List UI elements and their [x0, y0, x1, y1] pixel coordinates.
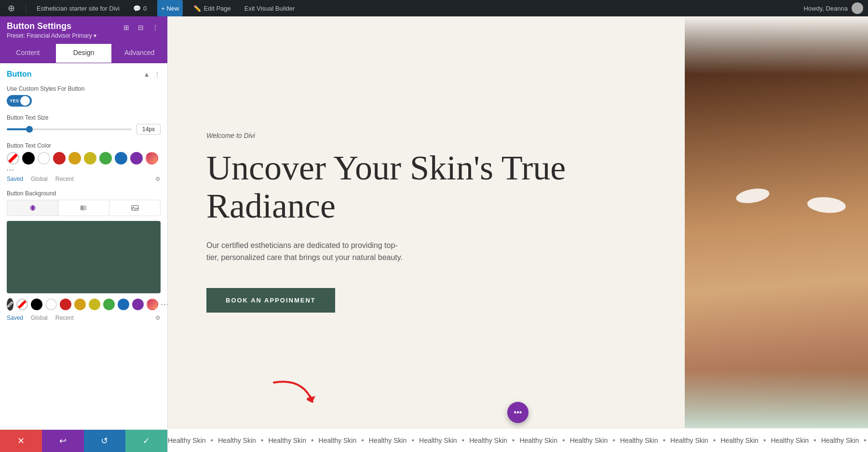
fullscreen-icon[interactable]: ⊞	[121, 22, 132, 33]
bg-color-swatch-yellow[interactable]	[89, 299, 100, 310]
separator	[26, 4, 26, 13]
gradient-icon	[80, 204, 88, 212]
site-name[interactable]: Esthetician starter site for Divi	[34, 0, 122, 16]
ticker-item-9: Healthy Skin	[570, 437, 608, 444]
color-swatch-white[interactable]	[38, 152, 50, 164]
save-button[interactable]: ✓	[125, 430, 167, 452]
custom-styles-toggle[interactable]: YES	[7, 95, 32, 107]
tab-advanced[interactable]: Advanced	[111, 44, 167, 63]
admin-bar-right: Howdy, Deanna	[803, 2, 863, 14]
bg-recent-label[interactable]: Recent	[55, 315, 74, 321]
wp-logo[interactable]: ⊕	[5, 0, 18, 16]
hero-left: Welcome to Divi Uncover Your Skin's True…	[168, 16, 685, 428]
global-label[interactable]: Global	[31, 176, 48, 182]
bg-color-swatch-gold[interactable]	[74, 299, 86, 310]
color-settings-icon[interactable]: ⚙	[155, 176, 161, 182]
arrow-svg	[264, 373, 322, 411]
bg-color-swatch-blue[interactable]	[118, 299, 129, 310]
saved-label[interactable]: Saved	[7, 176, 23, 182]
main-layout: Button Settings Preset: Financial Adviso…	[0, 16, 868, 452]
cancel-button[interactable]: ✕	[0, 430, 42, 452]
slider-row: 14px	[7, 124, 161, 135]
color-swatch-green[interactable]	[99, 152, 112, 164]
image-bg	[685, 16, 868, 428]
ticker-item-dup-1: Healthy Skin	[771, 437, 809, 444]
tab-content[interactable]: Content	[0, 44, 56, 63]
ticker-item-2: Healthy Skin	[218, 437, 256, 444]
ticker-item-10: Healthy Skin	[620, 437, 658, 444]
panel-header-left: Button Settings Preset: Financial Adviso…	[7, 21, 96, 39]
bg-saved-label[interactable]: Saved	[7, 315, 23, 321]
color-swatch-gold[interactable]	[68, 152, 81, 164]
panel-preset[interactable]: Preset: Financial Advisor Primary ▾	[7, 32, 96, 39]
panel-footer: ✕ ↩ ↺ ✓	[0, 429, 167, 452]
bg-color-swatch-green[interactable]	[103, 299, 115, 310]
fab-more-button[interactable]: •••	[507, 402, 529, 423]
canvas-area: Welcome to Divi Uncover Your Skin's True…	[168, 16, 868, 452]
bg-color-swatch-purple[interactable]	[132, 299, 144, 310]
button-settings-panel: Button Settings Preset: Financial Adviso…	[0, 16, 168, 452]
avatar	[852, 2, 863, 14]
toggle-knob	[20, 96, 30, 106]
button-section-title: Button	[7, 70, 32, 79]
bg-color-swatch-white[interactable]	[45, 299, 57, 310]
color-swatch-transparent[interactable]	[7, 152, 19, 164]
slider-thumb[interactable]	[26, 126, 33, 133]
color-bucket-icon	[29, 204, 37, 212]
ticker-item-3: Healthy Skin	[268, 437, 306, 444]
bg-tab-image[interactable]	[109, 200, 160, 216]
more-icon[interactable]: ⋮	[150, 22, 161, 33]
ticker-inner: Healthy Skin • Healthy Skin • Healthy Sk…	[168, 436, 868, 445]
image-icon	[131, 204, 139, 212]
bg-color-swatch-transparent[interactable]	[16, 299, 28, 310]
ticker-item-12: Healthy Skin	[720, 437, 759, 444]
tab-design[interactable]: Design	[56, 44, 112, 63]
bg-color-swatch-gradient[interactable]	[147, 299, 158, 310]
panel-title: Button Settings	[7, 21, 96, 31]
text-size-slider[interactable]	[7, 128, 132, 130]
color-swatch-gradient[interactable]	[146, 152, 158, 164]
background-label: Button Background	[7, 190, 161, 197]
bg-color-swatch-black[interactable]	[31, 299, 42, 310]
color-swatch-purple[interactable]	[130, 152, 143, 164]
text-color-row: Button Text Color ••• Saved Globa	[7, 142, 161, 182]
bg-tab-gradient[interactable]	[58, 200, 109, 216]
comments-link[interactable]: 💬 0	[130, 0, 149, 16]
text-size-value[interactable]: 14px	[136, 124, 161, 135]
ticker-item-8: Healthy Skin	[519, 437, 557, 444]
ticker-item-6: Healthy Skin	[419, 437, 457, 444]
bg-color-settings-icon[interactable]: ⚙	[155, 315, 161, 321]
recent-label[interactable]: Recent	[55, 176, 74, 182]
color-swatch-red[interactable]	[53, 152, 66, 164]
collapse-icon[interactable]: ▲	[143, 70, 150, 78]
bg-color-swatch-red[interactable]	[60, 299, 71, 310]
more-colors-dots[interactable]: •••	[7, 167, 15, 173]
fab-dots-icon: •••	[514, 408, 522, 417]
howdy-text: Howdy, Deanna	[803, 5, 848, 12]
section-more-icon[interactable]: ⋮	[154, 70, 161, 78]
custom-styles-row: Use Custom Styles For Button YES	[7, 85, 161, 107]
hero-heading[interactable]: Uncover Your Skin's True Radiance	[206, 149, 656, 225]
color-swatch-blue[interactable]	[115, 152, 127, 164]
text-size-label: Button Text Size	[7, 114, 161, 121]
edit-page-link[interactable]: ✏️ Edit Page	[190, 0, 233, 16]
cta-button[interactable]: BOOK AN APPOINMENT	[206, 288, 335, 313]
panel-tabs: Content Design Advanced	[0, 44, 167, 63]
exit-builder-link[interactable]: Exit Visual Builder	[242, 0, 298, 16]
bg-color-row-labels: Saved Global Recent ⚙	[7, 315, 161, 321]
grid-icon[interactable]: ⊟	[136, 22, 146, 33]
color-swatch-yellow[interactable]	[84, 152, 96, 164]
bg-global-label[interactable]: Global	[31, 315, 48, 321]
bg-more-dots[interactable]: •••	[161, 302, 167, 307]
pencil-icon: ✏️	[193, 5, 201, 12]
pen-icon-btn[interactable]	[7, 298, 14, 311]
redo-button[interactable]: ↺	[84, 430, 126, 452]
hero-image	[685, 16, 868, 428]
text-color-label: Button Text Color	[7, 142, 161, 149]
undo-button[interactable]: ↩	[42, 430, 84, 452]
bg-tab-color[interactable]	[7, 200, 58, 216]
color-swatch-black[interactable]	[22, 152, 35, 164]
ticker-item-dup-2: Healthy Skin	[821, 437, 859, 444]
new-button[interactable]: + New	[157, 0, 183, 16]
color-row-labels: Saved Global Recent ⚙	[7, 176, 161, 182]
